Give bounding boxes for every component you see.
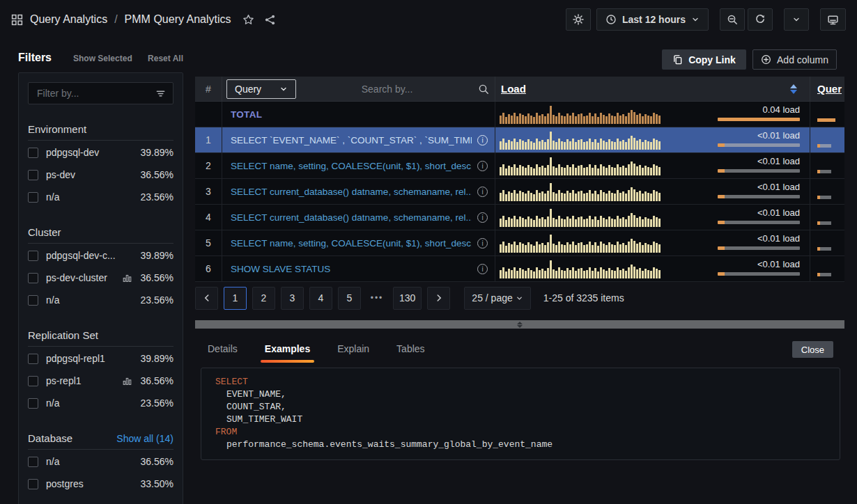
show-all-link[interactable]: Show all (14) — [116, 433, 173, 444]
pagination-page-1[interactable]: 1 — [224, 287, 247, 310]
table-row[interactable]: 4SELECT current_database() datname, sche… — [195, 205, 844, 230]
filter-item[interactable]: pdpgsql-dev39.89% — [28, 142, 173, 163]
star-icon[interactable] — [242, 14, 254, 26]
info-icon[interactable]: i — [477, 212, 488, 223]
details-resize-handle[interactable] — [195, 320, 844, 329]
query-text[interactable]: SELECT name, setting, COALESCE(unit, $1)… — [231, 238, 472, 249]
filter-item[interactable]: ps-dev36.56% — [28, 164, 173, 185]
info-icon[interactable]: i — [477, 187, 488, 197]
filter-item[interactable]: pdpgsql-dev-c...39.89% — [28, 245, 173, 266]
query-text[interactable]: SELECT current_database() datname, schem… — [231, 212, 472, 223]
load-header-label[interactable]: Load — [501, 83, 526, 95]
filter-item[interactable]: pdpgsql-repl139.89% — [28, 348, 173, 369]
query-cell[interactable]: SELECT `EVENT_NAME` , `COUNT_STAR` , `SU… — [222, 127, 495, 152]
info-icon[interactable]: i — [477, 161, 488, 171]
table-row[interactable]: 6SHOW SLAVE STATUSi<0.01 load — [195, 256, 844, 282]
search-icon[interactable] — [478, 84, 489, 95]
pagination-page-5[interactable]: 5 — [338, 287, 361, 310]
query-search-input[interactable] — [300, 83, 474, 95]
query-text[interactable]: SHOW SLAVE STATUS — [231, 264, 472, 274]
add-column-button[interactable]: Add column — [752, 49, 837, 70]
pagination-page-2[interactable]: 2 — [252, 287, 275, 310]
tab-examples[interactable]: Examples — [263, 336, 311, 363]
table-row[interactable]: 3SELECT current_database() datname, sche… — [195, 179, 844, 205]
query-text[interactable]: TOTAL — [231, 109, 488, 120]
table-row[interactable]: TOTAL0.04 load — [195, 102, 844, 127]
zoom-out-icon — [727, 14, 738, 25]
checkbox[interactable] — [28, 457, 38, 467]
bar-chart-icon[interactable] — [123, 377, 132, 386]
bar-chart-icon[interactable] — [123, 274, 132, 283]
query-cell[interactable]: SELECT current_database() datname, schem… — [222, 205, 495, 230]
query-cell[interactable]: SELECT name, setting, COALESCE(unit, $1)… — [222, 153, 495, 178]
filter-item[interactable]: n/a23.56% — [28, 393, 173, 414]
checkbox[interactable] — [28, 192, 38, 203]
share-icon[interactable] — [264, 14, 276, 26]
dashboard-settings-button[interactable] — [566, 8, 591, 31]
filter-search-input[interactable] — [36, 87, 150, 100]
tab-details[interactable]: Details — [206, 336, 239, 363]
info-icon[interactable]: i — [477, 238, 488, 249]
time-range-picker[interactable]: Last 12 hours — [596, 8, 709, 31]
checkbox[interactable] — [28, 398, 38, 409]
apps-grid-icon[interactable] — [11, 14, 23, 26]
filter-item-label: n/a — [46, 294, 133, 306]
query-count-header-label[interactable]: Quer — [817, 83, 842, 95]
query-cell[interactable]: SHOW SLAVE STATUSi — [222, 256, 495, 281]
breadcrumb-separator: / — [114, 13, 117, 26]
filter-item[interactable]: ps-repl136.56% — [28, 370, 173, 391]
pagination-next-button[interactable] — [427, 287, 450, 310]
filter-item[interactable]: postgres33.50% — [28, 473, 173, 494]
checkbox[interactable] — [28, 479, 38, 489]
close-button[interactable]: Close — [792, 341, 833, 358]
kiosk-mode-button[interactable] — [820, 8, 846, 31]
pagination-ellipsis[interactable]: ••• — [366, 293, 387, 303]
query-cell[interactable]: SELECT name, setting, COALESCE(unit, $1)… — [222, 230, 495, 255]
filter-group-title: Replication Set — [28, 329, 98, 341]
checkbox[interactable] — [28, 170, 38, 180]
reset-all-link[interactable]: Reset All — [148, 54, 183, 63]
table-row[interactable]: 5SELECT name, setting, COALESCE(unit, $1… — [195, 230, 844, 256]
show-selected-link[interactable]: Show Selected — [73, 54, 132, 63]
info-icon[interactable]: i — [477, 135, 488, 145]
details-tabs: DetailsExamplesExplainTables Close — [195, 337, 844, 362]
copy-link-button[interactable]: Copy Link — [662, 49, 746, 70]
filter-item[interactable]: n/a23.56% — [28, 187, 173, 207]
zoom-out-button[interactable] — [720, 8, 745, 31]
query-text[interactable]: SELECT name, setting, COALESCE(unit, $1)… — [231, 161, 472, 171]
sort-icon[interactable] — [790, 84, 797, 94]
pagination-page-3[interactable]: 3 — [281, 287, 304, 310]
info-icon[interactable]: i — [477, 264, 488, 274]
checkbox[interactable] — [28, 273, 38, 283]
tab-explain[interactable]: Explain — [336, 336, 371, 363]
table-body: TOTAL0.04 load1SELECT `EVENT_NAME` , `CO… — [195, 102, 844, 282]
query-text[interactable]: SELECT current_database() datname, schem… — [231, 187, 472, 197]
load-sparkline — [500, 157, 661, 175]
pagination-page-130[interactable]: 130 — [393, 287, 422, 310]
query-count-bar — [817, 196, 831, 199]
filter-item-label: pdpgsql-dev-c... — [46, 250, 133, 261]
pagination-prev-button[interactable] — [195, 287, 218, 310]
refresh-button[interactable] — [748, 8, 773, 31]
refresh-interval-dropdown[interactable] — [784, 8, 809, 31]
query-text[interactable]: SELECT `EVENT_NAME` , `COUNT_STAR` , `SU… — [231, 135, 472, 145]
tab-tables[interactable]: Tables — [395, 336, 426, 363]
filter-item[interactable]: ps-dev-cluster36.56% — [28, 267, 173, 288]
filter-item-percentage: 36.56% — [141, 272, 173, 283]
query-cell[interactable]: SELECT current_database() datname, schem… — [222, 179, 495, 204]
filter-item[interactable]: n/a36.56% — [28, 451, 173, 472]
pagination-page-4[interactable]: 4 — [309, 287, 332, 310]
checkbox[interactable] — [28, 251, 38, 261]
filter-item[interactable]: n/a23.56% — [28, 290, 173, 310]
checkbox[interactable] — [28, 376, 38, 386]
table-row[interactable]: 1SELECT `EVENT_NAME` , `COUNT_STAR` , `S… — [195, 127, 844, 153]
table-row[interactable]: 2SELECT name, setting, COALESCE(unit, $1… — [195, 153, 844, 179]
breadcrumb-section[interactable]: Query Analytics — [30, 13, 107, 26]
page-size-select[interactable]: 25 / page — [464, 287, 530, 310]
checkbox[interactable] — [28, 148, 38, 158]
dimension-selector[interactable]: Query — [226, 79, 296, 99]
query-cell[interactable]: TOTAL — [222, 102, 495, 127]
checkbox[interactable] — [28, 354, 38, 364]
checkbox[interactable] — [28, 295, 38, 306]
load-value: <0.01 load — [718, 207, 800, 218]
